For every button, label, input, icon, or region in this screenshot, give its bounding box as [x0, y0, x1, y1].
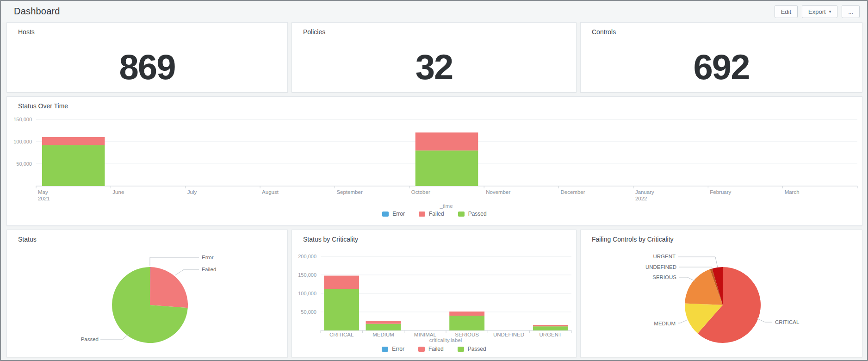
legend-label: Passed: [468, 211, 487, 217]
svg-text:150,000: 150,000: [13, 117, 32, 122]
svg-text:Failed: Failed: [202, 267, 216, 272]
svg-text:October: October: [411, 189, 430, 195]
caret-down-icon: ▾: [829, 10, 831, 14]
legend-item-passed: Passed: [458, 211, 487, 217]
kpi-panel-controls: Controls 692: [580, 22, 862, 93]
svg-text:UNDEFINED: UNDEFINED: [645, 264, 676, 270]
svg-text:MEDIUM: MEDIUM: [372, 332, 394, 337]
svg-text:June: June: [112, 189, 124, 195]
x-axis-title: criticality.label: [321, 337, 570, 343]
svg-text:2021: 2021: [38, 196, 50, 201]
status-by-criticality-chart[interactable]: 50,000100,000150,000200,000CRITICALMEDIU…: [292, 230, 576, 345]
svg-text:150,000: 150,000: [298, 272, 316, 278]
legend-label: Failed: [428, 346, 444, 352]
kpi-title: Controls: [592, 28, 616, 36]
svg-text:Error: Error: [202, 255, 214, 260]
chart-legend: Error Failed Passed: [7, 211, 862, 217]
kpi-panel-hosts: Hosts 869: [6, 22, 288, 93]
svg-text:CRITICAL: CRITICAL: [329, 332, 354, 337]
status-pie-panel: Status ErrorFailedPassed: [6, 230, 288, 357]
legend-swatch-error: [382, 347, 388, 352]
svg-text:2022: 2022: [635, 196, 647, 201]
legend-swatch-error: [382, 212, 389, 217]
legend-swatch-failed: [419, 212, 425, 217]
svg-text:100,000: 100,000: [13, 139, 32, 144]
status-over-time-chart[interactable]: 50,000100,000150,000May2021JuneJulyAugus…: [7, 97, 862, 202]
svg-text:September: September: [336, 189, 362, 195]
export-button[interactable]: Export ▾: [802, 5, 837, 18]
svg-text:March: March: [785, 189, 800, 195]
header-bar: Dashboard Edit Export ▾ ...: [2, 2, 866, 22]
svg-text:50,000: 50,000: [301, 309, 316, 315]
legend-swatch-passed: [458, 212, 465, 217]
chart-legend: Error Failed Passed: [292, 346, 576, 352]
more-button[interactable]: ...: [842, 5, 860, 18]
svg-text:200,000: 200,000: [298, 254, 316, 259]
export-button-label: Export: [808, 8, 826, 15]
svg-text:URGENT: URGENT: [653, 254, 676, 259]
kpi-value-hosts: 869: [7, 50, 287, 85]
svg-text:May: May: [38, 189, 48, 195]
svg-text:December: December: [561, 189, 585, 195]
legend-item-failed: Failed: [418, 346, 444, 352]
svg-text:MINIMAL: MINIMAL: [414, 332, 437, 337]
svg-text:URGENT: URGENT: [539, 332, 562, 337]
legend-swatch-failed: [418, 347, 425, 352]
more-button-label: ...: [848, 8, 853, 15]
status-pie-chart[interactable]: ErrorFailedPassed: [7, 230, 287, 357]
svg-text:August: August: [262, 189, 279, 195]
svg-text:SERIOUS: SERIOUS: [652, 274, 676, 280]
failing-controls-pie-panel: Failing Controls by Criticality URGENTUN…: [580, 230, 862, 357]
dashboard-root: Dashboard Edit Export ▾ ... Hosts 869 Po…: [0, 0, 868, 361]
legend-label: Failed: [429, 211, 444, 217]
failing-controls-pie-chart[interactable]: URGENTUNDEFINEDSERIOUSMEDIUMCRITICAL: [581, 230, 862, 357]
kpi-panel-policies: Policies 32: [291, 22, 577, 93]
svg-text:February: February: [710, 189, 731, 195]
svg-text:July: July: [187, 189, 197, 195]
svg-text:SERIOUS: SERIOUS: [455, 332, 479, 337]
svg-text:100,000: 100,000: [298, 291, 316, 296]
legend-label: Passed: [468, 346, 486, 352]
edit-button[interactable]: Edit: [775, 5, 798, 18]
svg-text:MEDIUM: MEDIUM: [654, 321, 676, 326]
kpi-value-policies: 32: [292, 50, 576, 85]
kpi-title: Policies: [303, 28, 325, 36]
kpi-value-controls: 692: [581, 50, 862, 85]
svg-text:UNDEFINED: UNDEFINED: [493, 332, 524, 337]
legend-item-failed: Failed: [419, 211, 444, 217]
status-over-time-panel: Status Over Time 50,000100,000150,000May…: [6, 96, 862, 226]
legend-item-passed: Passed: [458, 346, 486, 352]
edit-button-label: Edit: [781, 8, 791, 15]
kpi-title: Hosts: [18, 28, 35, 36]
svg-text:January: January: [635, 189, 654, 195]
svg-text:November: November: [486, 189, 510, 195]
svg-text:50,000: 50,000: [16, 161, 32, 167]
svg-text:Passed: Passed: [81, 336, 99, 342]
status-by-criticality-panel: Status by Criticality 50,000100,000150,0…: [291, 230, 577, 357]
legend-item-error: Error: [382, 346, 404, 352]
legend-swatch-passed: [458, 347, 464, 352]
header-actions: Edit Export ▾ ...: [775, 5, 860, 18]
svg-text:CRITICAL: CRITICAL: [775, 319, 800, 325]
legend-item-error: Error: [382, 211, 405, 217]
legend-label: Error: [392, 346, 404, 352]
x-axis-title: _time: [36, 203, 856, 209]
legend-label: Error: [392, 211, 405, 217]
page-title: Dashboard: [14, 6, 60, 17]
